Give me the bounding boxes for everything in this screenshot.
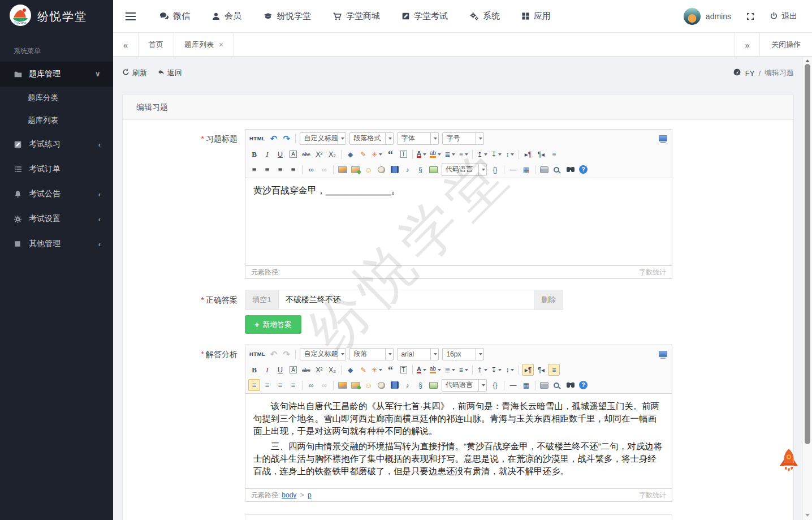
scrollbar-down-arrow[interactable] — [805, 514, 810, 517]
unordered-list-icon[interactable]: ≡ — [457, 148, 469, 160]
nav-item-wechat[interactable]: 微信 — [159, 11, 190, 22]
nav-item-system[interactable]: 系统 — [469, 11, 500, 22]
subscript-icon[interactable]: X₂ — [326, 148, 338, 160]
sidebar-item-exam-settings[interactable]: 考试设置‹ — [0, 207, 113, 231]
sidebar-item-exam-orders[interactable]: 考试订单 — [0, 157, 113, 182]
element-path-link[interactable]: p — [308, 491, 312, 499]
spacing-bottom-icon[interactable]: ↧ — [490, 148, 503, 160]
select-custom-style[interactable]: 自定义标题 — [300, 348, 346, 360]
format-brush-icon[interactable]: ✎ — [357, 148, 369, 160]
unlink-icon[interactable]: ∞ — [318, 379, 330, 391]
nav-item-mall[interactable]: 学堂商城 — [332, 11, 380, 22]
insert-music-icon[interactable]: ♪ — [401, 164, 413, 175]
help-icon[interactable]: ? — [577, 379, 589, 391]
sidebar-subitem-bank-list[interactable]: 题库列表 — [0, 109, 113, 132]
tab-home[interactable]: 首页 — [138, 33, 174, 56]
unlink-icon[interactable]: ∞ — [318, 164, 330, 175]
undo-icon[interactable]: ↶ — [267, 132, 279, 144]
spacing-top-icon[interactable]: ↥ — [476, 148, 489, 160]
font-border-icon[interactable]: A — [287, 148, 299, 160]
insert-image-icon[interactable] — [336, 164, 348, 175]
insert-code-icon[interactable]: {} — [489, 164, 501, 175]
link-icon[interactable]: ∞ — [305, 164, 317, 175]
align-left-icon[interactable]: ≡ — [248, 379, 260, 391]
link-icon[interactable]: ∞ — [305, 379, 317, 391]
select-code-language[interactable]: 代码语言 — [442, 379, 487, 392]
back-button[interactable]: 返回 — [157, 68, 182, 78]
blockquote-icon[interactable]: “ — [385, 148, 396, 160]
align-justify-icon[interactable]: ≡ — [287, 164, 299, 175]
back-to-top-rocket-icon[interactable] — [777, 448, 801, 477]
search-replace-icon[interactable] — [564, 164, 576, 175]
nav-item-apps[interactable]: 应用 — [521, 11, 551, 22]
sidebar-subitem-bank-category[interactable]: 题库分类 — [0, 87, 113, 109]
bold-icon[interactable]: B — [248, 364, 260, 376]
first-indent-icon[interactable]: ▸¶ — [522, 148, 534, 160]
redo-icon[interactable]: ↷ — [280, 348, 292, 360]
insert-table-icon[interactable]: ▦ — [520, 164, 532, 175]
text-direction-icon[interactable]: ¶◂ — [535, 364, 547, 376]
attachment-icon[interactable]: § — [414, 379, 426, 391]
html-source-icon[interactable]: HTML — [248, 132, 266, 144]
select-paragraph[interactable]: 段落格式 — [349, 132, 394, 145]
fullscreen-toggle-icon[interactable] — [746, 12, 755, 21]
unordered-list-icon[interactable]: ≡ — [457, 364, 469, 376]
spacing-bottom-icon[interactable]: ↧ — [490, 364, 503, 376]
ordered-list-icon[interactable]: ≣ — [443, 148, 456, 160]
user-menu[interactable]: admins — [684, 8, 731, 25]
palette-icon[interactable] — [375, 164, 387, 175]
select-custom-style[interactable]: 自定义标题 — [300, 132, 346, 145]
preview-icon[interactable] — [551, 164, 563, 175]
ordered-list-icon[interactable]: ≣ — [443, 364, 456, 376]
print-icon[interactable] — [538, 164, 550, 175]
insert-table-icon[interactable]: ▦ — [520, 379, 532, 391]
insert-code-icon[interactable]: {} — [489, 379, 501, 391]
scrawl-icon[interactable] — [349, 379, 361, 391]
preview-icon[interactable] — [551, 379, 563, 391]
bold-icon[interactable]: B — [248, 148, 260, 160]
font-color-icon[interactable]: A — [416, 364, 427, 376]
paragraph-format-icon[interactable]: ≡ — [548, 364, 560, 376]
scrollbar-thumb[interactable] — [805, 64, 810, 444]
wordcount-label[interactable]: 字数统计 — [639, 491, 666, 500]
select-paragraph[interactable]: 段落 — [349, 348, 394, 360]
analysis-editor-content[interactable]: 该句诗出自唐代王昌龄的《从军行七首·其四》，前两句是：青海长云暗雪山，孤城遥望玉… — [245, 394, 672, 488]
title-editor-content[interactable]: 黄沙百战穿金甲，_____________。 — [245, 178, 672, 265]
back-color-icon[interactable]: ab — [429, 364, 442, 376]
subscript-icon[interactable]: X₂ — [326, 364, 338, 376]
select-size[interactable]: 字号 — [442, 132, 484, 145]
italic-icon[interactable]: I — [261, 148, 273, 160]
refresh-button[interactable]: 刷新 — [122, 68, 147, 78]
superscript-icon[interactable]: X² — [313, 364, 325, 376]
underline-icon[interactable]: U — [274, 364, 286, 376]
select-code-language[interactable]: 代码语言 — [442, 164, 487, 176]
align-right-icon[interactable]: ≡ — [274, 164, 286, 175]
undo-icon[interactable]: ↶ — [267, 348, 279, 360]
element-path-link[interactable]: body — [282, 491, 296, 499]
fullscreen-icon[interactable] — [657, 132, 669, 144]
superscript-icon[interactable]: X² — [313, 148, 325, 160]
auto-typeset-icon[interactable]: ✳ — [370, 364, 383, 376]
format-brush-icon[interactable]: ✎ — [357, 364, 369, 376]
search-replace-icon[interactable] — [564, 379, 576, 391]
sort-input[interactable] — [245, 514, 672, 520]
paste-text-icon[interactable]: T — [398, 148, 409, 160]
sidebar-item-question-bank[interactable]: 题库管理∨ — [0, 62, 113, 87]
snapshot-icon[interactable] — [427, 379, 439, 391]
back-color-icon[interactable]: ab — [429, 148, 442, 160]
help-icon[interactable]: ? — [577, 164, 589, 175]
insert-video-icon[interactable] — [388, 379, 400, 391]
eraser-icon[interactable]: ◆ — [344, 148, 356, 160]
insert-image-icon[interactable] — [336, 379, 348, 391]
select-size[interactable]: 16px — [442, 348, 484, 360]
select-font[interactable]: 字体 — [397, 132, 439, 145]
scrawl-icon[interactable] — [349, 164, 361, 175]
paragraph-format-icon[interactable]: ≡ — [548, 148, 560, 160]
answer-input[interactable] — [278, 290, 534, 310]
emotion-icon[interactable]: ☺ — [362, 164, 374, 175]
spacing-top-icon[interactable]: ↥ — [476, 364, 489, 376]
fullscreen-icon[interactable] — [657, 348, 669, 360]
italic-icon[interactable]: I — [261, 364, 273, 376]
blockquote-icon[interactable]: “ — [385, 364, 396, 376]
strikethrough-icon[interactable]: abc — [300, 148, 312, 160]
